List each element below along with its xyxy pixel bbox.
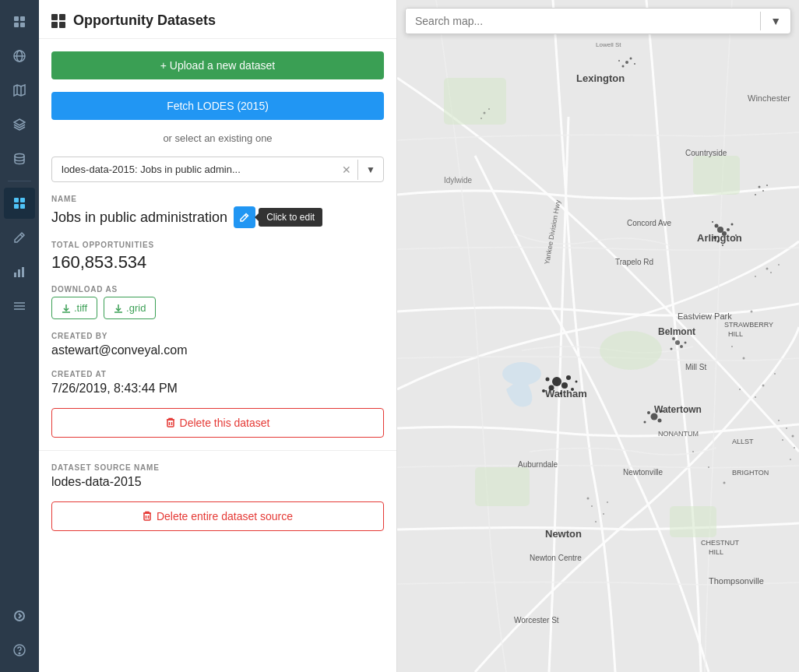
svg-rect-31 — [167, 420, 174, 427]
panel-divider — [39, 450, 396, 451]
fetch-lodes-button[interactable]: Fetch LODES (2015) — [51, 92, 384, 120]
upload-dataset-button[interactable]: + Upload a new dataset — [51, 51, 384, 79]
svg-point-116 — [739, 389, 741, 390]
divider — [8, 181, 31, 181]
icon-bar — [0, 0, 39, 672]
svg-point-23 — [15, 611, 24, 621]
svg-point-72 — [630, 58, 632, 60]
svg-point-107 — [661, 410, 663, 413]
svg-text:Auburndale: Auburndale — [518, 460, 558, 469]
svg-point-75 — [618, 60, 620, 62]
svg-point-118 — [762, 385, 765, 387]
panel-header-icon — [51, 14, 65, 28]
svg-point-87 — [680, 345, 683, 348]
panel-content: + Upload a new dataset Fetch LODES (2015… — [39, 39, 396, 572]
edit-tooltip: Click to edit — [259, 208, 322, 227]
database-icon[interactable] — [4, 143, 35, 174]
svg-line-16 — [20, 234, 23, 237]
svg-point-80 — [713, 236, 716, 239]
svg-rect-43 — [670, 506, 716, 537]
delete-dataset-button[interactable]: Delete this dataset — [51, 408, 384, 438]
pencil-icon[interactable] — [4, 222, 35, 253]
svg-point-93 — [755, 194, 756, 195]
globe-icon[interactable] — [4, 40, 35, 72]
svg-rect-12 — [14, 198, 19, 202]
list-icon[interactable] — [4, 290, 35, 322]
svg-point-112 — [755, 276, 756, 277]
svg-point-130 — [792, 435, 794, 438]
chart-bar-icon[interactable] — [4, 256, 35, 287]
svg-point-113 — [751, 311, 753, 313]
svg-text:HILL: HILL — [728, 330, 743, 338]
svg-point-128 — [778, 420, 780, 421]
select-dropdown-arrow[interactable]: ▼ — [357, 160, 383, 180]
svg-point-104 — [651, 413, 658, 420]
svg-point-109 — [766, 268, 769, 270]
svg-point-121 — [723, 482, 726, 484]
svg-rect-3 — [20, 23, 25, 27]
download-grid-button[interactable]: .grid — [104, 297, 156, 319]
map-area[interactable]: ▼ — [397, 0, 799, 672]
svg-text:BRIGHTON: BRIGHTON — [732, 469, 769, 477]
svg-rect-17 — [14, 273, 16, 277]
select-value: lodes-data-2015: Jobs in public admin... — [52, 157, 336, 181]
map-search-bar: ▼ — [405, 8, 791, 34]
svg-point-125 — [607, 501, 608, 503]
arrow-right-icon[interactable] — [4, 600, 35, 632]
svg-point-90 — [671, 348, 673, 350]
svg-point-123 — [591, 505, 593, 507]
svg-text:HILL: HILL — [709, 548, 723, 556]
svg-point-114 — [731, 346, 733, 347]
svg-rect-18 — [18, 269, 20, 277]
svg-point-91 — [759, 186, 761, 188]
map-icon[interactable] — [4, 75, 35, 106]
svg-point-76 — [717, 227, 723, 233]
created-by-value: astewart@conveyal.com — [51, 343, 384, 357]
dataset-select[interactable]: lodes-data-2015: Jobs in public admin...… — [51, 157, 384, 182]
or-text: or select an existing one — [51, 132, 384, 144]
svg-point-117 — [755, 396, 756, 398]
apps-icon[interactable] — [4, 188, 35, 219]
svg-text:Concord Ave: Concord Ave — [627, 219, 672, 227]
map-background: ▼ — [397, 0, 799, 672]
svg-text:Mill St: Mill St — [685, 363, 706, 371]
svg-point-97 — [549, 385, 554, 391]
svg-text:Newton: Newton — [545, 528, 582, 540]
svg-point-136 — [480, 118, 482, 119]
svg-point-135 — [488, 108, 490, 110]
map-search-dropdown[interactable]: ▼ — [761, 10, 790, 32]
svg-point-84 — [735, 234, 737, 236]
svg-point-82 — [717, 241, 720, 243]
grid-icon[interactable] — [4, 6, 35, 37]
svg-point-95 — [552, 377, 561, 386]
svg-point-132 — [794, 447, 795, 449]
svg-rect-42 — [475, 467, 530, 506]
svg-point-94 — [766, 185, 768, 186]
svg-text:Worcester St: Worcester St — [514, 616, 559, 625]
svg-text:Trapelo Rd: Trapelo Rd — [615, 258, 653, 266]
svg-rect-34 — [144, 513, 150, 520]
delete-dataset-source-button[interactable]: Delete entire dataset source — [51, 501, 384, 531]
svg-text:Belmont: Belmont — [658, 326, 695, 337]
download-tiff-button[interactable]: .tiff — [51, 297, 97, 319]
select-clear-button[interactable]: ✕ — [336, 159, 357, 181]
svg-text:Winchester: Winchester — [748, 93, 790, 103]
svg-text:ALLST: ALLST — [732, 438, 754, 445]
help-icon[interactable] — [4, 635, 35, 666]
created-by-label: CREATED BY — [51, 332, 384, 340]
svg-text:Newtonville: Newtonville — [623, 468, 663, 477]
delete-dataset-source-label: Delete entire dataset source — [157, 510, 293, 522]
dataset-source-value: lodes-data-2015 — [51, 475, 384, 489]
svg-text:STRAWBERRY: STRAWBERRY — [724, 321, 773, 329]
svg-point-83 — [712, 221, 713, 223]
download-label: DOWNLOAD AS — [51, 285, 384, 294]
layers-icon[interactable] — [4, 109, 35, 140]
svg-point-100 — [571, 388, 574, 391]
svg-point-71 — [625, 61, 628, 64]
map-search-input[interactable] — [406, 9, 760, 33]
download-tiff-label: .tiff — [74, 302, 87, 314]
svg-rect-40 — [693, 156, 740, 195]
svg-point-96 — [561, 382, 568, 389]
created-at-section: CREATED AT 7/26/2019, 8:43:44 PM — [51, 370, 384, 396]
svg-point-73 — [622, 65, 625, 68]
